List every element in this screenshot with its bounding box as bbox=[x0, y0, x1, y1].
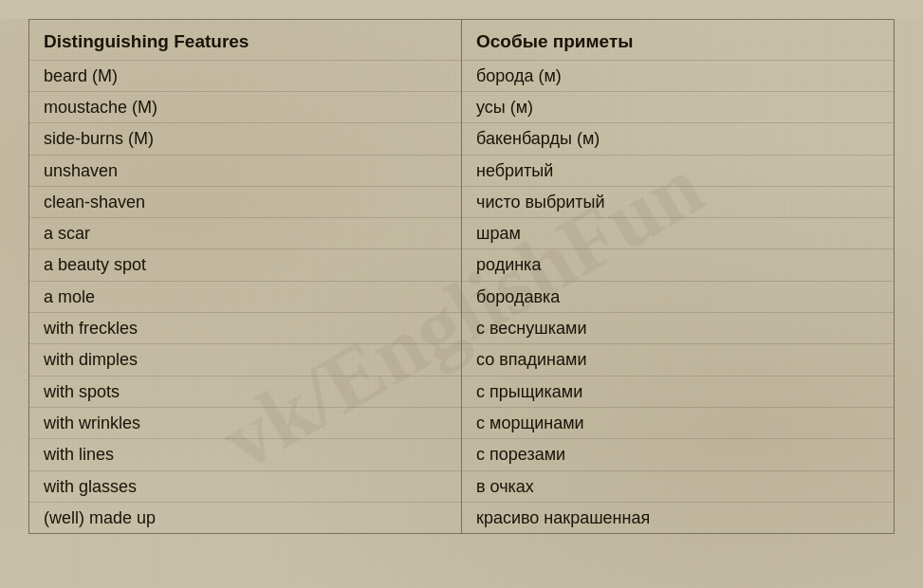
cell-english: unshaven bbox=[29, 155, 462, 186]
cell-english: with spots bbox=[29, 376, 462, 407]
cell-english: with freckles bbox=[29, 313, 462, 344]
cell-russian: небритый bbox=[462, 155, 895, 186]
table-row: moustache (M)усы (м) bbox=[29, 91, 894, 122]
cell-russian: красиво накрашенная bbox=[462, 502, 895, 533]
cell-english: a scar bbox=[29, 218, 462, 249]
table-row: with dimplesсо впадинами bbox=[29, 344, 894, 376]
header-col-russian: Особые приметы bbox=[462, 20, 895, 60]
table-row: a beauty spotродинка bbox=[29, 249, 894, 281]
cell-russian: с веснушками bbox=[462, 313, 895, 344]
cell-russian: шрам bbox=[462, 218, 895, 249]
cell-english: a beauty spot bbox=[29, 249, 462, 281]
table-row: with wrinklesс морщинами bbox=[29, 407, 894, 438]
table-header-row: Distinguishing Features Особые приметы bbox=[29, 20, 894, 60]
cell-russian: усы (м) bbox=[462, 91, 895, 122]
cell-russian: со впадинами bbox=[462, 344, 895, 376]
cell-russian: бородавка bbox=[462, 281, 895, 312]
vocabulary-table: Distinguishing Features Особые приметы b… bbox=[29, 20, 894, 533]
table-row: clean-shavenчисто выбритый bbox=[29, 186, 894, 217]
cell-russian: с порезами bbox=[462, 439, 895, 470]
cell-english: with wrinkles bbox=[29, 407, 462, 438]
table-row: side-burns (M)бакенбарды (м) bbox=[29, 123, 894, 155]
table-row: (well) made upкрасиво накрашенная bbox=[29, 502, 894, 533]
cell-russian: с морщинами bbox=[462, 407, 895, 438]
cell-english: a mole bbox=[29, 281, 462, 312]
cell-english: (well) made up bbox=[29, 502, 462, 533]
cell-russian: с прыщиками bbox=[462, 376, 895, 407]
cell-english: with dimples bbox=[29, 344, 462, 376]
table-row: with frecklesс веснушками bbox=[29, 313, 894, 344]
cell-english: clean-shaven bbox=[29, 186, 462, 217]
vocabulary-table-container: Distinguishing Features Особые приметы b… bbox=[28, 19, 895, 534]
cell-russian: бакенбарды (м) bbox=[462, 123, 895, 155]
cell-english: with glasses bbox=[29, 470, 462, 502]
table-row: a scarшрам bbox=[29, 218, 894, 249]
cell-english: side-burns (M) bbox=[29, 123, 462, 155]
table-row: with linesс порезами bbox=[29, 439, 894, 470]
cell-english: moustache (M) bbox=[29, 91, 462, 122]
cell-russian: в очках bbox=[462, 470, 895, 502]
table-row: a moleбородавка bbox=[29, 281, 894, 312]
cell-english: beard (M) bbox=[29, 60, 462, 91]
table-row: unshavenнебритый bbox=[29, 155, 894, 186]
cell-russian: чисто выбритый bbox=[462, 186, 895, 217]
table-row: with glassesв очках bbox=[29, 470, 894, 502]
cell-russian: борода (м) bbox=[462, 60, 895, 91]
cell-russian: родинка bbox=[462, 249, 895, 281]
header-col-english: Distinguishing Features bbox=[29, 20, 462, 60]
table-row: with spotsс прыщиками bbox=[29, 376, 894, 407]
page-container: vk/EnglishFun Distinguishing Features Ос… bbox=[0, 19, 923, 588]
cell-english: with lines bbox=[29, 439, 462, 470]
table-row: beard (M)борода (м) bbox=[29, 60, 894, 91]
